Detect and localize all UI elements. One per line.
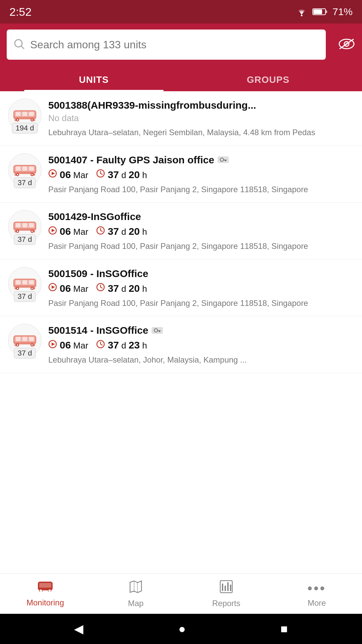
unit-item-unit-4[interactable]: 37 d 5001509 - InSGOffice 06 Mar (0, 260, 362, 317)
unit-name: 5001388(AHR9339-missingfrombusduring... (48, 99, 354, 112)
unit-meta: 06 Mar 37 d 20 h (48, 226, 354, 237)
unit-item-unit-3[interactable]: 37 d 5001429-InSGoffice 06 Mar (0, 203, 362, 260)
play-icon (48, 283, 57, 294)
battery-icon (312, 8, 328, 16)
svg-rect-66 (22, 280, 27, 284)
svg-point-47 (17, 230, 18, 232)
bottom-nav: Monitoring Map Reports ••• More (0, 574, 362, 614)
unit-date: 06 Mar (48, 339, 88, 351)
unit-avatar-wrap: 37 d (8, 267, 42, 301)
unit-item-unit-5[interactable]: 37 d 5001514 - InSGOffice (0, 316, 362, 373)
unit-info: 5001407 - Faulty GPS Jaison office 06 Ma… (48, 153, 354, 195)
svg-rect-20 (29, 112, 34, 116)
svg-point-80 (31, 344, 33, 346)
svg-rect-3 (313, 9, 322, 14)
key-icon (218, 156, 229, 163)
svg-rect-18 (16, 112, 20, 116)
unit-address: Lebuhraya Utara–selatan, Johor, Malaysia… (48, 354, 354, 366)
unit-row-top: 37 d 5001407 - Faulty GPS Jaison office (8, 153, 354, 195)
back-button[interactable]: ◀ (74, 622, 83, 636)
svg-rect-102 (222, 584, 223, 591)
svg-rect-82 (22, 337, 27, 341)
unit-row-top: 37 d 5001514 - InSGOffice (8, 324, 354, 366)
svg-point-0 (301, 15, 302, 16)
search-input[interactable] (30, 39, 319, 51)
svg-rect-19 (22, 112, 27, 116)
nav-monitoring-label: Monitoring (26, 598, 64, 607)
key-icon (152, 327, 163, 334)
svg-rect-96 (39, 583, 51, 588)
svg-rect-49 (16, 223, 20, 227)
tab-groups[interactable]: GROUPS (181, 66, 355, 91)
svg-line-56 (101, 230, 102, 231)
clock-icon (96, 340, 105, 351)
svg-rect-2 (325, 10, 327, 13)
unit-status: No data (48, 113, 354, 123)
svg-line-40 (101, 173, 102, 174)
unit-badge: 37 d (14, 177, 36, 188)
svg-marker-89 (52, 342, 55, 346)
svg-line-5 (21, 46, 24, 49)
svg-rect-83 (29, 337, 34, 341)
unit-meta: 06 Mar 37 d 20 h (48, 283, 354, 294)
unit-item-unit-1[interactable]: 194 d 5001388(AHR9339-missingfrombusduri… (0, 91, 362, 146)
recent-button[interactable]: ■ (281, 622, 288, 636)
svg-point-97 (40, 590, 42, 592)
unit-name: 5001509 - InSGOffice (48, 267, 354, 280)
nav-map[interactable]: Map (90, 574, 181, 614)
unit-row-top: 37 d 5001509 - InSGOffice 06 Mar (8, 267, 354, 309)
unit-item-unit-2[interactable]: 37 d 5001407 - Faulty GPS Jaison office (0, 146, 362, 203)
svg-rect-65 (16, 280, 20, 284)
svg-point-79 (17, 344, 18, 346)
status-icons: 71% (296, 6, 353, 17)
svg-rect-51 (29, 223, 34, 227)
unit-row-top: 194 d 5001388(AHR9339-missingfrombusduri… (8, 99, 354, 138)
eye-icon[interactable] (338, 38, 355, 51)
svg-point-48 (31, 230, 33, 232)
svg-point-16 (17, 119, 18, 121)
unit-info: 5001388(AHR9339-missingfrombusduring... … (48, 99, 354, 138)
unit-info: 5001509 - InSGOffice 06 Mar (48, 267, 354, 309)
unit-address: Pasir Panjang Road 100, Pasir Panjang 2,… (48, 240, 354, 252)
monitoring-icon (37, 580, 53, 596)
unit-address: Pasir Panjang Road 100, Pasir Panjang 2,… (48, 298, 354, 309)
svg-rect-31 (29, 166, 34, 171)
svg-point-32 (220, 158, 224, 161)
battery-percent: 71% (333, 6, 353, 17)
unit-avatar-wrap: 37 d (8, 210, 42, 244)
unit-date: 06 Mar (48, 283, 88, 294)
unit-duration: 37 d 20 h (96, 169, 147, 180)
svg-rect-30 (22, 166, 27, 171)
svg-line-92 (101, 344, 102, 345)
android-nav-bar: ◀ ● ■ (0, 614, 362, 644)
unit-row-top: 37 d 5001429-InSGoffice 06 Mar (8, 210, 354, 252)
unit-name: 5001514 - InSGOffice (48, 324, 354, 337)
nav-reports-label: Reports (212, 599, 240, 608)
svg-point-27 (17, 174, 18, 175)
svg-line-72 (101, 287, 102, 288)
clock-icon (96, 226, 105, 237)
unit-avatar-wrap: 194 d (8, 99, 42, 132)
svg-point-84 (154, 329, 158, 332)
map-icon (129, 580, 143, 597)
nav-more[interactable]: ••• More (272, 574, 362, 614)
svg-rect-29 (16, 166, 20, 171)
unit-badge: 194 d (12, 123, 38, 133)
unit-avatar-wrap: 37 d (8, 324, 42, 357)
unit-address: Lebuhraya Utara–selatan, Negeri Sembilan… (48, 127, 354, 138)
svg-rect-81 (16, 337, 20, 341)
unit-info: 5001514 - InSGOffice 06 Mar (48, 324, 354, 366)
unit-name: 5001407 - Faulty GPS Jaison office (48, 153, 354, 166)
unit-duration: 37 d 20 h (96, 283, 147, 294)
unit-address: Pasir Panjang Road 100, Pasir Panjang 2,… (48, 184, 354, 195)
tabs: UNITS GROUPS (7, 66, 355, 91)
nav-monitoring[interactable]: Monitoring (0, 574, 90, 614)
unit-meta: 06 Mar 37 d 23 h (48, 339, 354, 351)
svg-marker-69 (52, 285, 55, 289)
nav-reports[interactable]: Reports (181, 574, 272, 614)
tab-units[interactable]: UNITS (7, 66, 181, 91)
home-button[interactable]: ● (178, 622, 186, 636)
svg-point-98 (49, 590, 51, 592)
unit-info: 5001429-InSGoffice 06 Mar (48, 210, 354, 252)
unit-avatar-wrap: 37 d (8, 153, 42, 187)
